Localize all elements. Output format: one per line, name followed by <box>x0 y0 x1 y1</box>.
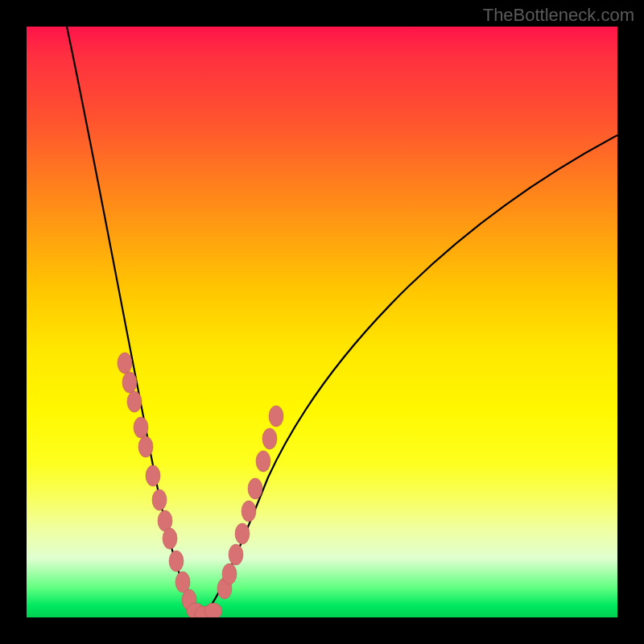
marker-group-right <box>217 406 283 599</box>
svg-point-3 <box>134 417 148 438</box>
svg-point-5 <box>146 465 160 486</box>
svg-point-20 <box>248 478 262 499</box>
svg-point-22 <box>262 428 277 449</box>
svg-point-9 <box>169 551 184 572</box>
svg-point-17 <box>229 544 243 565</box>
right-curve <box>202 135 617 616</box>
svg-point-21 <box>256 451 270 472</box>
svg-point-0 <box>118 353 132 374</box>
marker-group-bottom <box>187 603 222 617</box>
svg-point-1 <box>122 372 137 393</box>
svg-point-6 <box>152 489 167 510</box>
svg-point-23 <box>269 406 283 427</box>
svg-point-4 <box>138 436 153 457</box>
svg-point-8 <box>163 528 177 549</box>
marker-group-left <box>118 353 196 610</box>
svg-point-18 <box>235 523 250 544</box>
left-curve <box>67 27 202 616</box>
watermark-text: TheBottleneck.com <box>483 5 634 26</box>
svg-point-2 <box>127 391 142 412</box>
svg-point-16 <box>222 564 237 584</box>
chart-svg <box>27 27 617 617</box>
svg-point-14 <box>204 603 222 617</box>
svg-point-19 <box>242 501 256 522</box>
